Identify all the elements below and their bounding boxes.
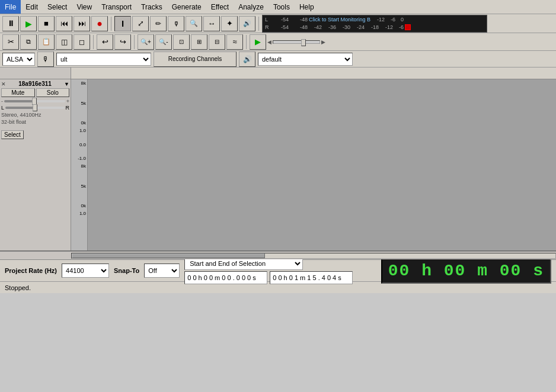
vu-r10: -6 [394,24,404,30]
record-level-button[interactable]: 🎙 [168,16,184,31]
toolbar-row-1: ⏸ ▶ ■ ⏮ ⏭ ● I ⤢ ✏ 🎙 🔍 ↔ ✦ 🔊 L -54 -48 Cl… [0,14,556,33]
track-menu-button[interactable]: ▼ [64,81,69,87]
silence-button[interactable]: ◻ [74,34,90,50]
project-rate-control: 44100 22050 48000 [62,264,109,278]
spec-top-ch1: 8k [72,81,86,86]
wave-bot-ch1: -1.0 [72,156,86,161]
zoom-out-button[interactable]: 🔍- [155,34,172,50]
gain-row: - + [1,98,69,104]
multi-tool-button[interactable]: ✦ [221,16,238,31]
waveform-ch1: 1.0 0.0 -1.0 [71,127,556,162]
zoom-sel-button[interactable]: ⊞ [191,34,207,50]
selection-start-value: 0 0 h 0 0 m 0 0 . 0 0 0 s [187,274,256,281]
speaker-icon-button[interactable]: 🔊 [239,52,255,67]
time-shift-tool-button[interactable]: ↔ [203,16,220,31]
zoom-fit-button[interactable]: ⊡ [173,34,190,50]
vu-r8: -18 [366,24,379,30]
solo-button[interactable]: Solo [36,88,70,97]
menu-analyze[interactable]: Analyze [234,0,269,14]
zoom-in-button[interactable]: 🔍+ [138,34,154,50]
zoom-in-tool-button[interactable]: 🔍 [186,16,202,31]
envelope-tool-button[interactable]: ⤢ [132,16,149,31]
track-wave: 8k 5k 0k 1.0 0.0 -1.0 8k [71,79,556,250]
vu-r9: -12 [380,24,393,30]
spectrogram-ch2: 8k 5k 0k [71,162,556,210]
timeline-spacer [0,68,71,79]
draw-tool-button[interactable]: ✏ [150,16,167,31]
stop-button[interactable]: ■ [38,16,55,31]
paste-button[interactable]: 📋 [38,34,55,50]
selection-display: Start and End of Selection Start and Len… [184,257,353,284]
cut-button[interactable]: ✂ [2,34,19,50]
track-close-button[interactable]: ✕ [1,81,6,87]
play-button[interactable]: ▶ [20,16,37,31]
pan-right-label: R [66,105,70,111]
menu-select[interactable]: Select [43,0,72,14]
input-device-select[interactable]: ult [56,53,151,66]
separator-1 [111,17,111,31]
spectrogram-canvas-ch2 [88,162,556,210]
track-name[interactable]: 18a916e311 [18,81,52,87]
wave-mid-ch1: 0.0 [72,142,86,147]
gain-slider[interactable] [4,100,65,102]
gain-minus-label: - [1,98,3,104]
toggle-scrub-button[interactable]: ≈ [226,34,243,50]
transport-toolbar: ⏸ ▶ ■ ⏮ ⏭ ● [2,16,108,31]
snap-to-select[interactable]: Off Bar [144,264,180,278]
select-tool-button[interactable]: I [114,16,131,31]
menu-tools[interactable]: Tools [269,0,295,14]
menu-view[interactable]: View [72,0,97,14]
project-rate-select[interactable]: 44100 22050 48000 [62,264,109,278]
output-device-select[interactable]: default [258,53,353,66]
record-button[interactable]: ● [91,16,108,31]
menu-help[interactable]: Help [295,0,319,14]
track-select-button[interactable]: Select [1,130,24,139]
pause-button[interactable]: ⏸ [2,16,19,31]
spec-yaxis-ch1: 8k 5k 0k [71,79,88,127]
mute-button[interactable]: Mute [1,88,35,97]
audio-host-select[interactable]: ALSA [2,53,35,66]
wave-yaxis-ch1: 1.0 0.0 -1.0 [71,127,88,162]
selection-row: Project Rate (Hz) 44100 22050 48000 Snap… [0,260,556,281]
menu-file[interactable]: File [0,0,21,14]
tracks-container: ✕ 18a916e311 ▼ Mute Solo - + L [0,68,556,251]
menu-effect[interactable]: Effect [206,0,234,14]
scrollbar-thumb[interactable] [72,253,265,258]
skip-start-button[interactable]: ⏮ [56,16,72,31]
menu-transport[interactable]: Transport [97,0,136,14]
bottom-section: Project Rate (Hz) 44100 22050 48000 Snap… [0,259,556,281]
copy-button[interactable]: ⧉ [20,34,37,50]
vu-clip-indicator[interactable] [405,24,411,30]
wave-yaxis-ch2: 1.0 0.0 -1.0 [71,210,88,250]
mic-icon-button[interactable]: 🎙 [37,52,54,67]
device-toolbar: ALSA 🎙 ult Recording Channels 🔊 default [0,51,556,68]
undo-redo-toolbar: ↩ ↪ [97,34,131,50]
playback-volume-slider[interactable] [273,40,320,44]
menu-generate[interactable]: Generate [167,0,206,14]
track-info-line2: 32-bit float [1,119,69,126]
play-start-button[interactable]: ▶ [250,34,266,50]
trim-button[interactable]: ◫ [56,34,72,50]
redo-button[interactable]: ↪ [114,34,131,50]
pan-slider[interactable] [5,107,64,109]
vu-right-val1: -54 [271,24,289,30]
waveform-canvas-ch2 [88,210,556,250]
recording-channels-button[interactable]: Recording Channels [154,52,237,67]
pan-left-label: L [1,105,4,111]
playback-level-button[interactable]: 🔊 [239,16,255,31]
selection-start-box[interactable]: 0 0 h 0 0 m 0 0 . 0 0 0 s [184,271,267,284]
vol-right-label: ▶ [321,39,325,45]
vu-r2: -6 [386,17,395,23]
skip-end-button[interactable]: ⏭ [74,16,90,31]
selection-end-box[interactable]: 0 0 h 0 1 m 1 5 . 4 0 4 s [270,271,353,284]
spec-yaxis-ch2: 8k 5k 0k [71,162,88,210]
spec-bot-ch2: 0k [72,203,86,208]
pan-thumb [33,104,37,111]
zoom-full-button[interactable]: ⊟ [209,34,225,50]
undo-button[interactable]: ↩ [97,34,113,50]
menu-edit[interactable]: Edit [21,0,43,14]
edit-toolbar: ✂ ⧉ 📋 ◫ ◻ [2,34,90,50]
horizontal-scrollbar[interactable] [71,253,556,259]
menu-tracks[interactable]: Tracks [136,0,167,14]
click-to-monitor-button[interactable]: Click to Start Monitoring B [309,17,370,23]
